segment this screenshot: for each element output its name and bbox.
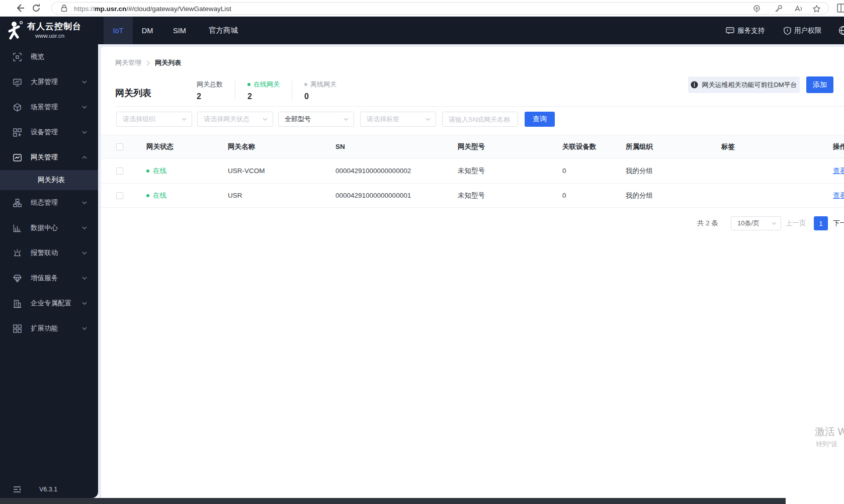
app-subtitle: www.usr.cn — [35, 33, 64, 39]
query-button[interactable]: 查询 — [525, 112, 555, 127]
user-permission-label: 用户权限 — [794, 26, 821, 35]
logo-person-icon — [6, 21, 25, 42]
offline-dot — [304, 83, 307, 86]
view-link[interactable]: 查看 — [833, 166, 844, 176]
sn-search-input[interactable] — [442, 112, 518, 127]
sidebar-label: 增值服务 — [31, 274, 58, 283]
sidebar-item-config[interactable]: 组态管理 — [0, 190, 98, 215]
sidebar-label: 场景管理 — [31, 103, 58, 112]
select-chevron-icon — [426, 118, 431, 121]
address-bar[interactable]: https://mp.usr.cn/#/cloud/gateway/ViewGa… — [51, 2, 829, 15]
select-chevron-icon — [344, 118, 349, 121]
overview-icon — [13, 53, 22, 61]
tab-dm[interactable]: DM — [133, 17, 162, 44]
row-checkbox[interactable] — [116, 167, 123, 175]
select-chevron-icon — [772, 222, 777, 225]
sidebar-item-extension[interactable]: 扩展功能 — [0, 316, 98, 341]
chevron-down-icon — [82, 80, 87, 83]
row-checkbox[interactable] — [116, 192, 123, 199]
col-name: 网关名称 — [228, 135, 255, 158]
sidebar-label: 报警联动 — [31, 248, 58, 258]
online-dot — [247, 83, 250, 86]
star-icon[interactable] — [812, 5, 821, 13]
next-page-button[interactable]: 下一页 — [833, 216, 844, 230]
view-link[interactable]: 查看 — [833, 191, 844, 200]
language-switch[interactable] — [838, 26, 844, 35]
tab-iot[interactable]: IoT — [104, 17, 133, 44]
building-icon — [13, 299, 22, 308]
screen-icon — [13, 78, 22, 87]
add-gateway-button[interactable]: 添加 — [806, 76, 833, 93]
windows-watermark-line1: 激活 W — [815, 425, 844, 439]
gateway-devices: 0 — [562, 158, 566, 183]
breadcrumb-chevron-icon — [146, 60, 150, 66]
read-aloud-icon[interactable] — [794, 5, 803, 13]
gateway-name: USR — [228, 184, 242, 207]
tab-sim[interactable]: SIM — [162, 17, 197, 44]
sidebar-item-overview[interactable]: 概览 — [0, 44, 98, 69]
refresh-icon[interactable] — [31, 3, 41, 13]
breadcrumb: 网关管理 网关列表 — [115, 56, 181, 70]
header-divider — [115, 106, 844, 107]
config-icon — [13, 199, 22, 207]
dm-notice-banner: 网关运维相关功能可前往DM平台 — [688, 76, 800, 93]
sidebar-item-data[interactable]: 数据中心 — [0, 215, 98, 240]
chevron-down-icon — [82, 327, 87, 330]
sidebar-label: 组态管理 — [31, 198, 58, 207]
pagination: 共 2 条 10条/页 上一页 1 下一页 — [101, 216, 844, 230]
info-icon — [691, 81, 698, 89]
gateway-devices: 0 — [562, 184, 566, 207]
header-right: 服务支持 用户权限 — [726, 17, 844, 44]
logo[interactable]: 有人云控制台 www.usr.cn — [6, 17, 102, 44]
sidebar-item-alarm[interactable]: 报警联动 — [0, 240, 98, 266]
current-page-button[interactable]: 1 — [814, 216, 828, 230]
sidebar-label: 扩展功能 — [31, 324, 58, 333]
page-size-select[interactable]: 10条/页 — [731, 216, 781, 230]
taskbar-strip — [0, 498, 786, 504]
breadcrumb-parent[interactable]: 网关管理 — [115, 58, 141, 67]
sidebar-item-device[interactable]: 设备管理 — [0, 120, 98, 145]
scene-icon — [13, 103, 22, 112]
col-sn: SN — [335, 135, 345, 158]
url-text[interactable]: https://mp.usr.cn/#/cloud/gateway/ViewGa… — [74, 5, 231, 13]
tab-mall[interactable]: 官方商城 — [197, 17, 249, 44]
stat-total-value: 2 — [197, 92, 223, 101]
status-select[interactable]: 请选择网关状态 — [197, 112, 273, 127]
collapse-sidebar-icon[interactable] — [13, 486, 21, 493]
sidebar-item-gateway[interactable]: 网关管理 — [0, 145, 98, 170]
location-icon[interactable] — [752, 5, 761, 13]
user-permission[interactable]: 用户权限 — [784, 26, 821, 35]
sidebar-item-gateway-list[interactable]: 网关列表 — [0, 170, 98, 190]
sidebar-item-screen[interactable]: 大屏管理 — [0, 69, 98, 95]
key-icon[interactable] — [774, 5, 783, 13]
back-icon[interactable] — [15, 3, 25, 13]
pagination-total: 共 2 条 — [697, 216, 718, 230]
sidebar-item-enterprise[interactable]: 企业专属配置 — [0, 291, 98, 316]
model-select[interactable]: 全部型号 — [278, 112, 354, 127]
select-all-checkbox[interactable] — [116, 143, 123, 150]
online-dot — [146, 170, 149, 173]
status-badge: 在线 — [146, 166, 166, 176]
gateway-sn: 00004291000000000001 — [335, 184, 411, 207]
stat-total: 网关总数 2 — [197, 80, 223, 101]
prev-page-button[interactable]: 上一页 — [786, 216, 806, 230]
stat-divider — [292, 81, 292, 99]
gateway-model: 未知型号 — [458, 158, 485, 183]
page-size-value: 10条/页 — [737, 219, 759, 228]
device-icon — [13, 128, 22, 137]
service-support[interactable]: 服务支持 — [726, 26, 765, 35]
extension-icon — [13, 324, 22, 333]
org-select[interactable]: 请选择组织 — [116, 112, 192, 127]
sidebar-item-scene[interactable]: 场景管理 — [0, 95, 98, 120]
sidebar-item-value-service[interactable]: 增值服务 — [0, 266, 98, 291]
chevron-down-icon — [82, 226, 87, 229]
lock-icon[interactable] — [60, 4, 68, 13]
browser-panel-icon[interactable] — [837, 3, 844, 13]
stat-offline-value: 0 — [304, 92, 336, 101]
chevron-down-icon — [82, 106, 87, 109]
url-host: mp.usr.cn — [95, 5, 127, 13]
url-scheme: https:// — [74, 5, 95, 13]
status-select-placeholder: 请选择网关状态 — [204, 115, 249, 124]
tag-select[interactable]: 请选择标签 — [360, 112, 436, 127]
chat-icon — [726, 27, 734, 35]
